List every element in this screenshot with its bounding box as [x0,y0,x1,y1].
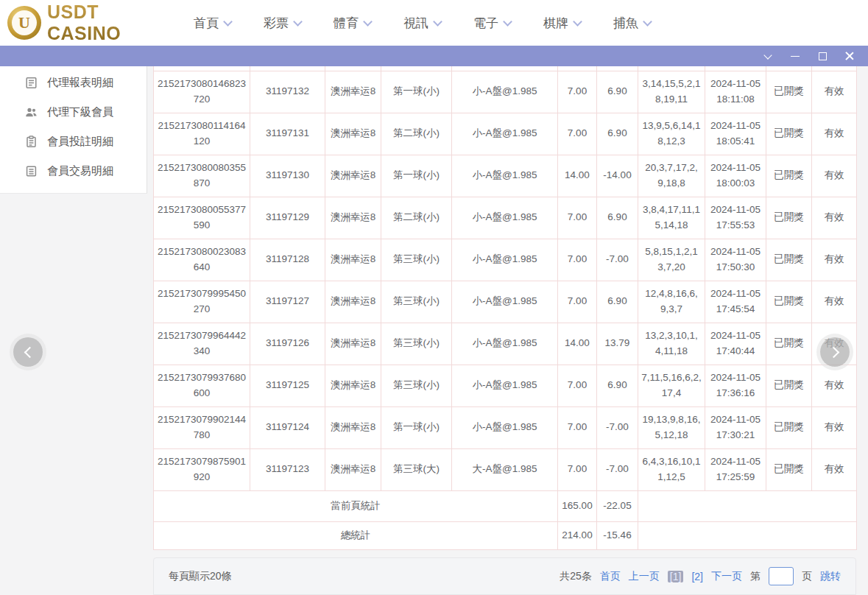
cell-status: 已開獎 [766,113,812,155]
cell-play: 第三球(大) [381,448,452,490]
summary-win-loss: -22.05 [597,490,638,521]
cell-win-loss: 6.90 [597,365,638,406]
jump-go-link[interactable]: 跳转 [820,570,841,583]
nav-item-2[interactable]: 彩票 [264,15,301,32]
sidebar-item-2[interactable]: 代理下級會員 [0,97,147,127]
cell-play: 第二球(小) [381,113,452,155]
summary-total-row: 總統計214.00-15.46 [154,521,857,549]
cell-period: 31197129 [250,197,325,239]
cell-game: 澳洲幸运8 [325,365,381,406]
cell-win-loss: -14.00 [597,155,638,197]
cell-time: 2024-11-05 17:36:16 [705,365,766,406]
cell-valid: 有效 [812,239,857,281]
cell-win-loss: 6.90 [597,281,638,323]
chevron-right-icon [828,346,839,358]
page-link-2[interactable]: [2] [691,571,703,582]
cell-period: 31197127 [250,281,325,323]
cell-time: 2024-11-05 18:11:08 [705,71,766,113]
cell-bet-no: 2152173079995450270 [154,281,250,323]
cell-period: 31197130 [250,155,325,197]
nav-item-4[interactable]: 視訊 [403,15,441,32]
chevron-down-icon[interactable] [763,51,773,61]
cell-win-loss: 6.90 [597,113,638,155]
chevron-down-icon [643,17,652,27]
cell-valid: 有效 [812,448,857,490]
users-icon [25,106,38,119]
sidebar-item-label: 代理報表明細 [47,76,113,90]
cell-result: 20,3,7,17,2,9,18,8 [638,155,705,197]
table-row: 215217307987590192031197123澳洲幸运8第三球(大)大-… [154,448,857,490]
cell-result: 12,4,8,16,6,9,3,7 [638,281,705,323]
prev-page-link[interactable]: 上一页 [629,570,660,583]
nav-item-label: 捕魚 [613,15,638,32]
cell-play: 第二球(小) [381,197,452,239]
chevron-down-icon [223,17,233,27]
cell-valid: 有效 [812,113,857,155]
scroll-left-button[interactable] [13,337,43,367]
cell-amount: 14.00 [558,155,597,197]
sidebar-item-4[interactable]: 會員交易明細 [0,156,147,186]
cell-bet-no: 2152173079875901920 [154,448,250,490]
cell-result: 13,9,5,6,14,18,12,3 [638,113,705,155]
sidebar-item-label: 會員交易明細 [47,164,113,178]
clipboard-icon [25,135,38,148]
main-nav: 首頁彩票體育視訊電子棋牌捕魚 [194,15,651,32]
bet-table-container: 215217308014682372031197132澳洲幸运8第一球(小)小-… [153,66,856,550]
scroll-right-button[interactable] [820,337,850,367]
close-icon[interactable] [844,51,855,61]
cell-status: 已開獎 [766,448,812,490]
report-icon [25,77,38,89]
cell-result: 3,14,15,5,2,18,19,11 [638,71,705,113]
maximize-icon[interactable] [817,51,828,61]
cell-game: 澳洲幸运8 [325,155,381,197]
cell-game: 澳洲幸运8 [325,71,381,113]
cell-game: 澳洲幸运8 [325,323,381,365]
summary-amount: 214.00 [558,521,597,549]
sidebar-item-3[interactable]: 會員投註明細 [0,127,147,156]
nav-item-label: 體育 [334,15,359,32]
cell-amount: 7.00 [558,197,597,239]
cell-win-loss: -7.00 [597,239,638,281]
first-page-link[interactable]: 首页 [600,570,621,583]
page-number-links: [1][2] [668,571,703,582]
pager: 共25条 首页 上一页 [1][2] 下一页 第 页 跳转 [560,567,841,585]
page-link-1[interactable]: [1] [668,571,684,582]
cell-status: 已開獎 [766,406,812,448]
cell-result: 6,4,3,16,10,11,12,5 [638,448,705,490]
nav-item-1[interactable]: 首頁 [194,15,231,32]
cell-content: 小-A盤@1.985 [452,155,558,197]
cell-time: 2024-11-05 17:30:21 [705,406,766,448]
cell-result: 19,13,9,8,16,5,12,18 [638,406,705,448]
cell-game: 澳洲幸运8 [325,406,381,448]
cell-time: 2024-11-05 17:25:59 [705,448,766,490]
nav-item-5[interactable]: 電子 [473,15,511,32]
sidebar-item-1[interactable]: 代理報表明細 [0,68,147,97]
cell-bet-no: 2152173080146823720 [154,71,250,113]
jump-label-before: 第 [750,570,761,583]
table-row: 215217307999545027031197127澳洲幸运8第三球(小)小-… [154,281,857,323]
nav-item-6[interactable]: 棋牌 [543,15,581,32]
nav-item-3[interactable]: 體育 [334,15,371,32]
cell-content: 小-A盤@1.985 [452,197,558,239]
cell-game: 澳洲幸运8 [325,113,381,155]
cell-period: 31197132 [250,71,325,113]
logo-icon: U [7,6,41,40]
cell-status: 已開獎 [766,281,812,323]
next-page-link[interactable]: 下一页 [711,570,742,583]
cell-result: 3,8,4,17,11,15,14,18 [638,197,705,239]
cell-period: 31197124 [250,406,325,448]
cell-time: 2024-11-05 17:45:54 [705,281,766,323]
jump-page-input[interactable] [769,567,794,585]
sidebar: 代理報表明細代理下級會員會員投註明細會員交易明細 [0,66,147,194]
cell-status: 已開獎 [766,197,812,239]
cell-period: 31197125 [250,365,325,406]
cell-play: 第一球(小) [381,71,452,113]
minimize-icon[interactable] [790,51,800,61]
cell-bet-no: 2152173080055377590 [154,197,250,239]
cell-play: 第一球(小) [381,406,452,448]
cell-time: 2024-11-05 18:00:03 [705,155,766,197]
nav-item-7[interactable]: 捕魚 [613,15,651,32]
cell-amount: 7.00 [558,113,597,155]
bet-table: 215217308014682372031197132澳洲幸运8第一球(小)小-… [153,66,857,550]
cell-status: 已開獎 [766,155,812,197]
